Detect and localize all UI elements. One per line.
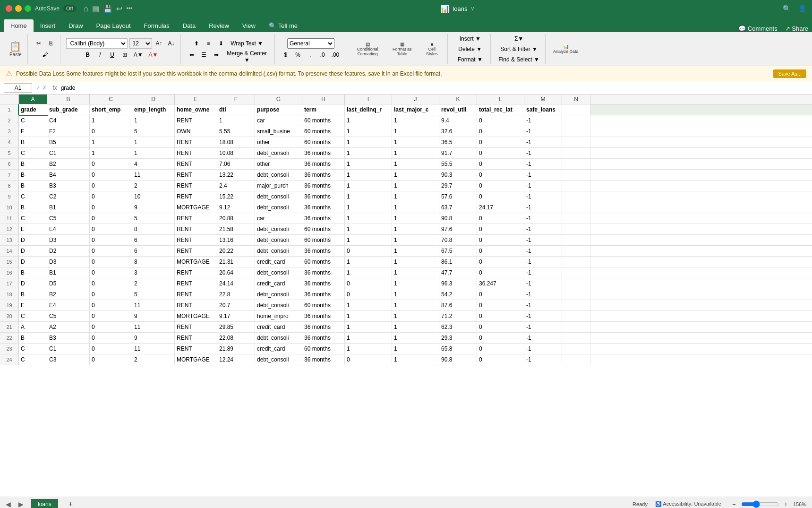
cell[interactable]: credit_card xyxy=(255,278,302,289)
cell[interactable]: 1 xyxy=(345,202,392,213)
cell[interactable]: 0 xyxy=(477,344,524,354)
cell[interactable]: B2 xyxy=(47,289,90,300)
cell[interactable] xyxy=(562,181,590,191)
cell[interactable]: 1 xyxy=(392,137,439,147)
cell[interactable]: 1 xyxy=(392,322,439,332)
cell[interactable]: 0 xyxy=(90,126,132,137)
cell[interactable]: 1 xyxy=(392,202,439,213)
cell[interactable]: 0 xyxy=(90,322,132,332)
cell[interactable]: debt_consoli xyxy=(255,267,302,278)
cell[interactable]: B1 xyxy=(47,202,90,213)
cell[interactable]: 1 xyxy=(392,213,439,224)
cell[interactable]: credit_card xyxy=(255,257,302,267)
cell[interactable]: 1 xyxy=(345,137,392,147)
cell[interactable]: RENT xyxy=(175,181,217,191)
cell[interactable]: 1 xyxy=(392,257,439,267)
fill-color-button[interactable]: A▼ xyxy=(132,50,145,60)
cell[interactable]: 9 xyxy=(132,311,175,321)
cell[interactable]: 36 months xyxy=(302,289,345,300)
cell[interactable]: 1 xyxy=(392,115,439,126)
cell[interactable]: 8 xyxy=(132,257,175,267)
cell[interactable]: 0 xyxy=(477,191,524,202)
cell[interactable]: C1 xyxy=(47,148,90,158)
cell[interactable]: 10.08 xyxy=(217,148,255,158)
conditional-formatting-button[interactable]: ▤ Conditional Formatting xyxy=(351,41,384,57)
cell[interactable] xyxy=(562,115,590,126)
cell[interactable]: -1 xyxy=(524,181,562,191)
cell[interactable]: C5 xyxy=(47,311,90,321)
decrease-font-button[interactable]: A↓ xyxy=(166,38,177,49)
cell[interactable]: 12.24 xyxy=(217,354,255,365)
row-number[interactable]: 3 xyxy=(0,126,19,137)
cell[interactable]: 21.58 xyxy=(217,224,255,234)
cell[interactable]: 0 xyxy=(477,235,524,245)
comments-btn[interactable]: 💬 Comments xyxy=(738,25,777,32)
cell[interactable]: RENT xyxy=(175,344,217,354)
cell[interactable]: debt_consoli xyxy=(255,224,302,234)
cell[interactable]: -1 xyxy=(524,202,562,213)
decrease-decimal-button[interactable]: .0 xyxy=(317,50,328,60)
cell[interactable]: RENT xyxy=(175,213,217,224)
cell[interactable]: D3 xyxy=(47,235,90,245)
cell[interactable]: -1 xyxy=(524,311,562,321)
borders-button[interactable]: ⊞ xyxy=(120,50,130,60)
cell[interactable]: 1 xyxy=(392,267,439,278)
cell[interactable]: 0 xyxy=(477,322,524,332)
cell[interactable]: -1 xyxy=(524,148,562,158)
cell[interactable]: 0 xyxy=(477,170,524,180)
tab-draw[interactable]: Draw xyxy=(62,19,89,32)
cell[interactable]: debt_consoli xyxy=(255,235,302,245)
cell[interactable]: B xyxy=(19,181,47,191)
cell[interactable]: -1 xyxy=(524,170,562,180)
add-sheet-button[interactable]: + xyxy=(66,500,76,508)
row-number[interactable]: 4 xyxy=(0,137,19,147)
cell[interactable]: RENT xyxy=(175,115,217,126)
row-number[interactable]: 12 xyxy=(0,224,19,234)
cell[interactable]: 0 xyxy=(90,170,132,180)
cell[interactable]: 0 xyxy=(477,126,524,137)
cell[interactable]: 67.5 xyxy=(439,246,477,256)
cell[interactable]: 5 xyxy=(132,126,175,137)
cell[interactable]: home_impro xyxy=(255,311,302,321)
col-header-E[interactable]: E xyxy=(175,95,217,104)
cell[interactable]: C xyxy=(19,191,47,202)
row-number[interactable]: 6 xyxy=(0,159,19,169)
cell[interactable]: 0 xyxy=(477,333,524,343)
cell[interactable] xyxy=(562,257,590,267)
cell[interactable]: 13.22 xyxy=(217,170,255,180)
cell[interactable]: 0 xyxy=(90,224,132,234)
cell[interactable]: D5 xyxy=(47,278,90,289)
cell[interactable]: B xyxy=(19,289,47,300)
cell[interactable]: C xyxy=(19,213,47,224)
cell[interactable]: 0 xyxy=(345,289,392,300)
row-number[interactable]: 1 xyxy=(0,104,19,115)
tab-formulas[interactable]: Formulas xyxy=(137,19,176,32)
cell[interactable]: 22.08 xyxy=(217,333,255,343)
cell[interactable]: 1 xyxy=(392,289,439,300)
cell[interactable]: 0 xyxy=(90,333,132,343)
cell[interactable]: 0 xyxy=(90,311,132,321)
currency-button[interactable]: $ xyxy=(281,50,291,60)
cell[interactable]: B xyxy=(19,202,47,213)
save-as-button[interactable]: Save As... xyxy=(773,69,806,78)
cell[interactable]: 60 months xyxy=(302,115,345,126)
cell[interactable]: 1 xyxy=(392,278,439,289)
cell[interactable]: -1 xyxy=(524,191,562,202)
col-header-F[interactable]: F xyxy=(217,95,255,104)
row-number[interactable]: 8 xyxy=(0,181,19,191)
row-number[interactable]: 17 xyxy=(0,278,19,289)
cell[interactable]: C xyxy=(19,115,47,126)
col-header-L[interactable]: L xyxy=(477,95,524,104)
sort-filter-button[interactable]: Sort & Filter ▼ xyxy=(498,44,539,54)
undo-icon[interactable]: ↩ xyxy=(116,4,122,13)
cell[interactable]: -1 xyxy=(524,137,562,147)
cell[interactable] xyxy=(562,213,590,224)
share-btn[interactable]: ↗ Share xyxy=(785,25,808,32)
cell[interactable]: safe_loans xyxy=(524,104,562,115)
cell[interactable]: -1 xyxy=(524,300,562,310)
cell[interactable]: 60 months xyxy=(302,126,345,137)
cell[interactable] xyxy=(562,191,590,202)
cell[interactable]: 1 xyxy=(132,115,175,126)
col-header-J[interactable]: J xyxy=(392,95,439,104)
cell[interactable]: 60 months xyxy=(302,257,345,267)
